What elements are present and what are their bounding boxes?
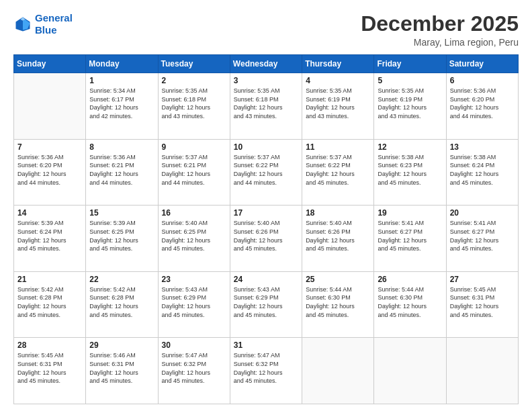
day-number: 22 (89, 275, 154, 284)
calendar-cell: 17Sunrise: 5:40 AM Sunset: 6:26 PM Dayli… (230, 205, 302, 272)
calendar-cell: 28Sunrise: 5:45 AM Sunset: 6:31 PM Dayli… (14, 338, 86, 404)
calendar-cell: 14Sunrise: 5:39 AM Sunset: 6:24 PM Dayli… (14, 205, 86, 272)
day-info: Sunrise: 5:47 AM Sunset: 6:32 PM Dayligh… (234, 351, 298, 385)
weekday-header-row: SundayMondayTuesdayWednesdayThursdayFrid… (14, 55, 519, 73)
calendar-week-row: 1Sunrise: 5:34 AM Sunset: 6:17 PM Daylig… (14, 73, 519, 140)
calendar-cell: 3Sunrise: 5:35 AM Sunset: 6:18 PM Daylig… (230, 73, 302, 140)
calendar-cell: 1Sunrise: 5:34 AM Sunset: 6:17 PM Daylig… (86, 73, 158, 140)
day-number: 26 (378, 275, 442, 284)
calendar-cell: 26Sunrise: 5:44 AM Sunset: 6:30 PM Dayli… (374, 271, 446, 338)
day-number: 24 (234, 275, 298, 284)
day-info: Sunrise: 5:36 AM Sunset: 6:20 PM Dayligh… (450, 87, 515, 120)
day-info: Sunrise: 5:40 AM Sunset: 6:26 PM Dayligh… (306, 219, 370, 253)
calendar-cell: 21Sunrise: 5:42 AM Sunset: 6:28 PM Dayli… (14, 271, 86, 338)
logo: General Blue (13, 12, 73, 36)
calendar-cell: 13Sunrise: 5:38 AM Sunset: 6:24 PM Dayli… (446, 139, 518, 205)
calendar-cell: 4Sunrise: 5:35 AM Sunset: 6:19 PM Daylig… (302, 73, 374, 140)
day-number: 29 (89, 340, 154, 350)
day-number: 31 (234, 340, 298, 350)
weekday-header-cell: Sunday (14, 55, 86, 73)
day-info: Sunrise: 5:40 AM Sunset: 6:26 PM Dayligh… (234, 219, 298, 253)
calendar-cell: 20Sunrise: 5:41 AM Sunset: 6:27 PM Dayli… (446, 205, 518, 272)
calendar-cell: 9Sunrise: 5:37 AM Sunset: 6:21 PM Daylig… (158, 139, 230, 205)
day-info: Sunrise: 5:47 AM Sunset: 6:32 PM Dayligh… (162, 351, 226, 385)
day-number: 5 (378, 76, 442, 85)
day-info: Sunrise: 5:39 AM Sunset: 6:25 PM Dayligh… (89, 219, 154, 253)
day-info: Sunrise: 5:45 AM Sunset: 6:31 PM Dayligh… (17, 351, 82, 385)
calendar-cell (14, 73, 86, 140)
calendar-cell: 7Sunrise: 5:36 AM Sunset: 6:20 PM Daylig… (14, 139, 86, 205)
calendar-cell (374, 338, 446, 404)
calendar-cell: 2Sunrise: 5:35 AM Sunset: 6:18 PM Daylig… (158, 73, 230, 140)
day-number: 30 (162, 340, 226, 350)
day-info: Sunrise: 5:44 AM Sunset: 6:30 PM Dayligh… (306, 285, 370, 319)
calendar-cell: 15Sunrise: 5:39 AM Sunset: 6:25 PM Dayli… (86, 205, 158, 272)
day-number: 17 (234, 208, 298, 218)
day-info: Sunrise: 5:43 AM Sunset: 6:29 PM Dayligh… (162, 285, 226, 319)
calendar-cell: 23Sunrise: 5:43 AM Sunset: 6:29 PM Dayli… (158, 271, 230, 338)
calendar-cell (446, 338, 518, 404)
day-info: Sunrise: 5:39 AM Sunset: 6:24 PM Dayligh… (17, 219, 82, 253)
day-number: 28 (17, 340, 82, 350)
calendar-cell: 11Sunrise: 5:37 AM Sunset: 6:22 PM Dayli… (302, 139, 374, 205)
day-number: 18 (306, 208, 370, 218)
calendar-cell: 30Sunrise: 5:47 AM Sunset: 6:32 PM Dayli… (158, 338, 230, 404)
day-number: 8 (89, 142, 154, 152)
logo-text: General Blue (35, 12, 73, 36)
calendar-cell (302, 338, 374, 404)
day-info: Sunrise: 5:34 AM Sunset: 6:17 PM Dayligh… (89, 87, 154, 120)
calendar-cell: 25Sunrise: 5:44 AM Sunset: 6:30 PM Dayli… (302, 271, 374, 338)
day-number: 23 (162, 275, 226, 284)
day-info: Sunrise: 5:38 AM Sunset: 6:23 PM Dayligh… (378, 153, 442, 187)
day-info: Sunrise: 5:44 AM Sunset: 6:30 PM Dayligh… (378, 285, 442, 319)
calendar-cell: 10Sunrise: 5:37 AM Sunset: 6:22 PM Dayli… (230, 139, 302, 205)
day-number: 11 (306, 142, 370, 152)
calendar-cell: 12Sunrise: 5:38 AM Sunset: 6:23 PM Dayli… (374, 139, 446, 205)
day-info: Sunrise: 5:42 AM Sunset: 6:28 PM Dayligh… (89, 285, 154, 319)
calendar-cell: 27Sunrise: 5:45 AM Sunset: 6:31 PM Dayli… (446, 271, 518, 338)
day-number: 12 (378, 142, 442, 152)
day-number: 16 (162, 208, 226, 218)
calendar-table: SundayMondayTuesdayWednesdayThursdayFrid… (13, 54, 519, 404)
day-number: 7 (17, 142, 82, 152)
day-number: 27 (450, 275, 515, 284)
day-number: 19 (378, 208, 442, 218)
day-number: 6 (450, 76, 515, 85)
day-info: Sunrise: 5:37 AM Sunset: 6:22 PM Dayligh… (234, 153, 298, 187)
day-info: Sunrise: 5:45 AM Sunset: 6:31 PM Dayligh… (450, 285, 515, 319)
calendar-body: 1Sunrise: 5:34 AM Sunset: 6:17 PM Daylig… (14, 73, 519, 404)
calendar-subtitle: Maray, Lima region, Peru (361, 37, 519, 48)
day-info: Sunrise: 5:46 AM Sunset: 6:31 PM Dayligh… (89, 351, 154, 385)
weekday-header-cell: Friday (374, 55, 446, 73)
calendar-cell: 16Sunrise: 5:40 AM Sunset: 6:25 PM Dayli… (158, 205, 230, 272)
day-info: Sunrise: 5:35 AM Sunset: 6:18 PM Dayligh… (162, 87, 226, 120)
day-number: 21 (17, 275, 82, 284)
day-info: Sunrise: 5:35 AM Sunset: 6:19 PM Dayligh… (306, 87, 370, 120)
header: General Blue December 2025 Maray, Lima r… (13, 12, 519, 48)
title-block: December 2025 Maray, Lima region, Peru (361, 12, 519, 48)
logo-icon (13, 15, 32, 34)
day-number: 10 (234, 142, 298, 152)
day-info: Sunrise: 5:42 AM Sunset: 6:28 PM Dayligh… (17, 285, 82, 319)
calendar-week-row: 21Sunrise: 5:42 AM Sunset: 6:28 PM Dayli… (14, 271, 519, 338)
calendar-cell: 22Sunrise: 5:42 AM Sunset: 6:28 PM Dayli… (86, 271, 158, 338)
calendar-title: December 2025 (361, 12, 519, 36)
day-info: Sunrise: 5:41 AM Sunset: 6:27 PM Dayligh… (450, 219, 515, 253)
day-number: 1 (89, 76, 154, 85)
day-info: Sunrise: 5:37 AM Sunset: 6:21 PM Dayligh… (162, 153, 226, 187)
day-info: Sunrise: 5:37 AM Sunset: 6:22 PM Dayligh… (306, 153, 370, 187)
weekday-header-cell: Monday (86, 55, 158, 73)
calendar-cell: 19Sunrise: 5:41 AM Sunset: 6:27 PM Dayli… (374, 205, 446, 272)
calendar-cell: 24Sunrise: 5:43 AM Sunset: 6:29 PM Dayli… (230, 271, 302, 338)
day-number: 2 (162, 76, 226, 85)
calendar-cell: 5Sunrise: 5:35 AM Sunset: 6:19 PM Daylig… (374, 73, 446, 140)
weekday-header-cell: Saturday (446, 55, 518, 73)
day-info: Sunrise: 5:35 AM Sunset: 6:18 PM Dayligh… (234, 87, 298, 120)
day-info: Sunrise: 5:41 AM Sunset: 6:27 PM Dayligh… (378, 219, 442, 253)
calendar-week-row: 14Sunrise: 5:39 AM Sunset: 6:24 PM Dayli… (14, 205, 519, 272)
day-number: 3 (234, 76, 298, 85)
weekday-header-cell: Thursday (302, 55, 374, 73)
calendar-week-row: 28Sunrise: 5:45 AM Sunset: 6:31 PM Dayli… (14, 338, 519, 404)
day-number: 14 (17, 208, 82, 218)
day-info: Sunrise: 5:40 AM Sunset: 6:25 PM Dayligh… (162, 219, 226, 253)
